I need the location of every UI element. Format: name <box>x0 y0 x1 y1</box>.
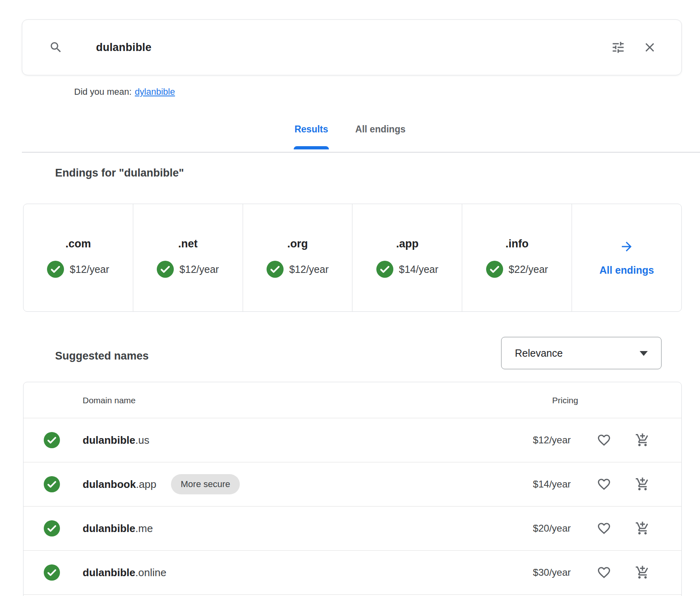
suggested-names-heading: Suggested names <box>55 350 149 362</box>
arrow-forward-icon <box>619 239 634 254</box>
table-row[interactable]: dulanbible.us $12/year <box>23 418 681 462</box>
domain-name: dulanbible.online <box>83 551 166 594</box>
endings-heading: Endings for "dulanbible" <box>55 167 184 179</box>
column-header-pricing: Pricing <box>552 396 578 405</box>
table-row[interactable]: dulanbook.app More secure $14/year <box>23 462 681 507</box>
table-row[interactable]: dulanbible.online $30/year <box>23 551 681 595</box>
ending-card[interactable]: .org $12/year <box>243 204 353 311</box>
add-to-cart-icon[interactable] <box>634 476 651 492</box>
favorite-heart-icon[interactable] <box>596 432 612 448</box>
sort-dropdown-value: Relevance <box>515 347 563 359</box>
availability-check-icon <box>376 261 393 278</box>
domain-name: dulanbible.me <box>83 507 153 550</box>
tld-price: $14/year <box>399 264 438 275</box>
column-header-domain: Domain name <box>83 396 136 405</box>
all-endings-card[interactable]: All endings <box>572 204 681 311</box>
tab-results[interactable]: Results <box>294 124 329 149</box>
caret-down-icon <box>640 351 648 356</box>
domain-price: $14/year <box>533 462 571 506</box>
tld-name: .net <box>178 238 198 250</box>
tld-price: $12/year <box>289 264 329 275</box>
domain-name: dulanbible.us <box>83 418 149 462</box>
all-endings-label: All endings <box>600 264 654 276</box>
ending-card[interactable]: .com $12/year <box>23 204 133 311</box>
domain-price: $30/year <box>533 551 571 594</box>
availability-check-icon <box>47 261 64 278</box>
availability-check-icon <box>486 261 503 278</box>
add-to-cart-icon[interactable] <box>634 432 651 448</box>
suggested-names-table: Domain name Pricing dulanbible.us $12/ye… <box>23 382 682 596</box>
results-tabs: Results All endings <box>0 124 700 149</box>
tune-filter-icon[interactable] <box>611 40 625 55</box>
add-to-cart-icon[interactable] <box>634 564 651 581</box>
table-row[interactable]: dulanbible.me $20/year <box>23 507 681 551</box>
add-to-cart-icon[interactable] <box>634 520 651 536</box>
tld-name: .app <box>396 238 419 250</box>
favorite-heart-icon[interactable] <box>596 564 612 581</box>
domain-price: $20/year <box>533 507 571 550</box>
availability-check-icon <box>44 520 60 536</box>
did-you-mean-link[interactable]: dylanbible <box>135 87 175 97</box>
ending-card[interactable]: .info $22/year <box>462 204 572 311</box>
tld-price: $12/year <box>70 264 109 275</box>
domain-search-results-page: dulanbible Did you mean:dylanbible Resul… <box>0 0 700 596</box>
availability-check-icon <box>44 432 60 448</box>
availability-check-icon <box>44 476 60 492</box>
domain-price: $12/year <box>533 418 571 462</box>
more-secure-badge: More secure <box>171 474 240 494</box>
tld-name: .org <box>287 238 308 250</box>
ending-card[interactable]: .net $12/year <box>133 204 243 311</box>
tabs-divider <box>22 152 700 153</box>
table-header: Domain name Pricing <box>23 382 681 418</box>
availability-check-icon <box>267 261 284 278</box>
ending-card[interactable]: .app $14/year <box>352 204 462 311</box>
domain-name: dulanbook.app More secure <box>83 462 240 506</box>
availability-check-icon <box>44 564 60 581</box>
did-you-mean-label: Did you mean: <box>74 87 132 97</box>
search-icon <box>49 40 63 54</box>
search-input[interactable]: dulanbible <box>96 41 152 54</box>
sort-dropdown[interactable]: Relevance <box>501 337 662 369</box>
availability-check-icon <box>157 261 174 278</box>
endings-card-list: .com $12/year .net $12/year .org $12/yea… <box>23 204 682 312</box>
tld-name: .com <box>65 238 91 250</box>
tld-name: .info <box>506 238 529 250</box>
tab-all-endings[interactable]: All endings <box>354 124 406 149</box>
tld-price: $22/year <box>509 264 548 275</box>
close-icon[interactable] <box>642 40 657 55</box>
tld-price: $12/year <box>179 264 219 275</box>
did-you-mean: Did you mean:dylanbible <box>74 87 175 97</box>
favorite-heart-icon[interactable] <box>596 476 612 492</box>
search-bar[interactable]: dulanbible <box>22 19 682 75</box>
active-tab-indicator <box>294 146 329 149</box>
favorite-heart-icon[interactable] <box>596 520 612 536</box>
